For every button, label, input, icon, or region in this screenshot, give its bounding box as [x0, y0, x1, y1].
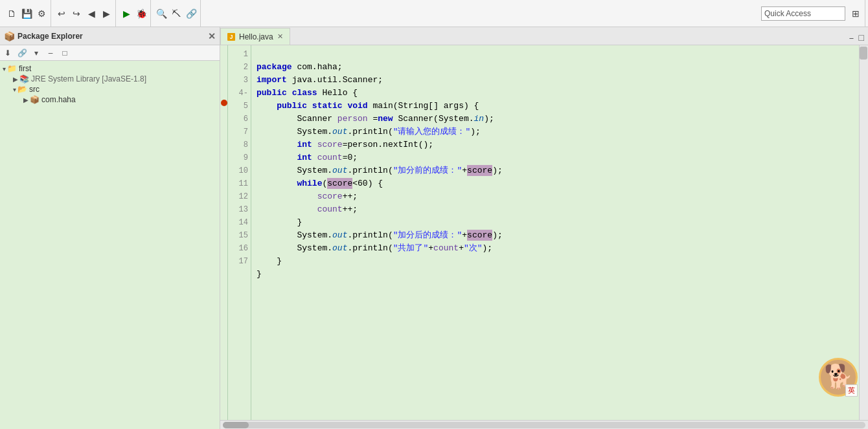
- tree-item-first[interactable]: ▾ 📁 first: [3, 63, 217, 74]
- package-explorer-title: Package Explorer: [17, 32, 83, 41]
- pe-max-btn[interactable]: □: [58, 47, 71, 60]
- toolbar-btn-perspective[interactable]: ⊞: [849, 6, 863, 21]
- toolbar-btn-6[interactable]: ◀: [84, 6, 98, 21]
- code-line-17: }: [257, 269, 262, 279]
- toolbar-btn-1[interactable]: 🗋: [5, 6, 19, 21]
- quick-access-input[interactable]: Quick Access: [761, 6, 845, 21]
- code-line-1: package com.haha;: [257, 62, 343, 72]
- code-line-11: score++;: [257, 192, 358, 201]
- tree-arrow-first: ▾: [3, 65, 6, 72]
- code-line-7: int score=person.nextInt();: [257, 140, 433, 149]
- line-numbers: 1 2 3 4- 5 6 7 8 9 10 11 12 13 14 15 16 …: [228, 45, 251, 420]
- pe-min-btn[interactable]: –: [44, 47, 57, 60]
- toolbar-group-edit: ↩ ↪ ◀ ▶: [52, 0, 116, 27]
- toolbar-group-right: ⊞: [847, 0, 865, 27]
- library-icon: 📚: [19, 74, 29, 83]
- toolbar-group-file: 🗋 💾 ⚙: [3, 0, 51, 27]
- editor-tabs: J Hello.java ✕ – □: [220, 27, 868, 45]
- src-folder-icon: 📂: [17, 85, 27, 94]
- line-num-2: 2: [228, 61, 251, 74]
- tree-label-src: src: [29, 85, 40, 94]
- toolbar-btn-5[interactable]: ↪: [69, 6, 84, 21]
- package-icon: 📦: [30, 95, 40, 104]
- dog-label: 英: [845, 384, 858, 397]
- tree-label-jre: JRE System Library [JavaSE-1.8]: [31, 74, 146, 83]
- line-num-1: 1: [228, 48, 251, 61]
- pe-link-btn[interactable]: 🔗: [16, 47, 29, 60]
- toolbar-btn-10[interactable]: 🔗: [184, 6, 198, 21]
- line-num-14: 14: [228, 216, 251, 229]
- toolbar-btn-7[interactable]: ▶: [99, 6, 113, 21]
- editor-tab-hello[interactable]: J Hello.java ✕: [220, 28, 290, 45]
- code-line-10: while(score<60) {: [257, 178, 383, 189]
- horizontal-scroll-track[interactable]: [223, 422, 865, 428]
- pe-collapse-btn[interactable]: ⬇: [1, 47, 14, 60]
- line-num-8: 8: [228, 138, 251, 151]
- code-line-6: System.out.println("请输入您的成绩：");: [257, 127, 481, 137]
- main-toolbar: 🗋 💾 ⚙ ↩ ↪ ◀ ▶ ▶ 🐞 🔍 ⛏ 🔗 Quick Access ⊞: [0, 0, 868, 27]
- tree-item-src[interactable]: ▾ 📂 src: [3, 84, 217, 94]
- scroll-thumb[interactable]: [860, 47, 867, 60]
- line-num-9: 9: [228, 151, 251, 164]
- editor-tab-label: Hello.java: [239, 32, 273, 41]
- line-num-16: 16: [228, 242, 251, 255]
- code-line-5: Scanner person =new Scanner(System.in);: [257, 114, 494, 124]
- code-line-8: int count=0;: [257, 153, 358, 162]
- toolbar-btn-9[interactable]: ⛏: [169, 6, 183, 21]
- code-line-4: public static void main(String[] args) {: [257, 101, 479, 111]
- package-explorer-icon: 📦: [4, 31, 15, 41]
- toolbar-btn-4[interactable]: ↩: [54, 6, 69, 21]
- line-num-10: 10: [228, 164, 251, 177]
- line-num-6: 6: [228, 113, 251, 126]
- package-explorer-content: ▾ 📁 first ▶ 📚 JRE System Library [JavaSE…: [0, 61, 220, 429]
- line-num-7: 7: [228, 126, 251, 138]
- tree-item-jre[interactable]: ▶ 📚 JRE System Library [JavaSE-1.8]: [3, 74, 217, 84]
- code-line-15: System.out.println("共加了"+count+"次");: [257, 243, 492, 253]
- editor-header-buttons: – □: [845, 32, 868, 45]
- toolbar-group-misc: 🔍 ⛏ 🔗: [152, 0, 201, 27]
- quick-access-label: Quick Access: [764, 9, 811, 18]
- h-scroll-thumb[interactable]: [223, 422, 249, 428]
- right-scrollbar[interactable]: [859, 45, 868, 420]
- tree-item-comhaha[interactable]: ▶ 📦 com.haha: [3, 94, 217, 105]
- tree-arrow-src: ▾: [13, 86, 16, 93]
- editor-maximize-btn[interactable]: □: [858, 32, 865, 45]
- code-line-13: }: [257, 217, 302, 227]
- package-explorer-panel: 📦 Package Explorer ✕ ⬇ 🔗 ▾ – □ ▾ 📁 first…: [0, 27, 220, 429]
- left-margin: [220, 45, 228, 420]
- line-num-3: 3: [228, 74, 251, 87]
- line-num-5: 5: [228, 100, 251, 113]
- tree-arrow-comhaha: ▶: [23, 96, 29, 104]
- run-button[interactable]: ▶: [119, 6, 133, 21]
- pe-view-menu[interactable]: ▾: [30, 47, 43, 60]
- package-explorer-close[interactable]: ✕: [208, 31, 216, 41]
- code-editor: 1 2 3 4- 5 6 7 8 9 10 11 12 13 14 15 16 …: [220, 45, 868, 420]
- code-line-9: System.out.println("加分前的成绩："+score);: [257, 165, 503, 176]
- tree-label-first: first: [19, 64, 31, 73]
- main-area: 📦 Package Explorer ✕ ⬇ 🔗 ▾ – □ ▾ 📁 first…: [0, 27, 868, 429]
- line-num-13: 13: [228, 203, 251, 216]
- breakpoint-indicator: [221, 100, 227, 106]
- package-explorer-header: 📦 Package Explorer ✕: [0, 27, 220, 45]
- tree-label-comhaha: com.haha: [41, 95, 76, 104]
- toolbar-group-run: ▶ 🐞: [117, 0, 151, 27]
- line-num-12: 12: [228, 190, 251, 203]
- code-line-14: System.out.println("加分后的成绩："+score);: [257, 230, 503, 241]
- tab-close-btn[interactable]: ✕: [277, 32, 283, 41]
- bottom-scrollbar: [220, 420, 868, 429]
- code-line-3: public class Hello {: [257, 88, 358, 98]
- debug-button[interactable]: 🐞: [134, 6, 148, 21]
- line-num-4: 4-: [228, 87, 251, 100]
- package-explorer-toolbar: ⬇ 🔗 ▾ – □: [0, 45, 220, 61]
- toolbar-btn-3[interactable]: ⚙: [34, 6, 49, 21]
- editor-area: J Hello.java ✕ – □ 1 2 3 4- 5: [220, 27, 868, 429]
- editor-minimize-btn[interactable]: –: [847, 32, 855, 45]
- project-icon: 📁: [7, 64, 17, 73]
- toolbar-btn-8[interactable]: 🔍: [154, 6, 168, 21]
- tree-arrow-jre: ▶: [13, 76, 18, 83]
- java-file-icon: J: [227, 33, 235, 41]
- code-line-12: count++;: [257, 204, 358, 214]
- toolbar-btn-2[interactable]: 💾: [19, 6, 34, 21]
- line-num-17: 17: [228, 255, 251, 268]
- code-content[interactable]: package com.haha; import java.util.Scann…: [251, 45, 859, 420]
